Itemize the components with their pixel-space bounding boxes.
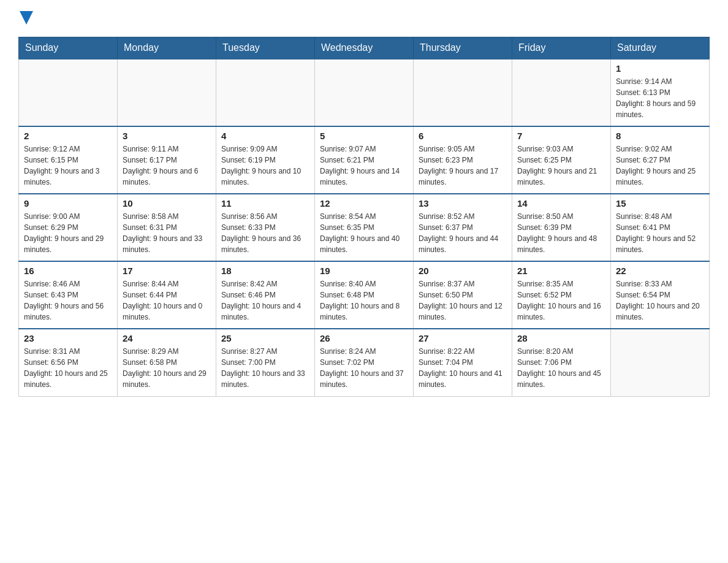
calendar-cell: 11Sunrise: 8:56 AMSunset: 6:33 PMDayligh… <box>216 194 315 261</box>
day-number: 9 <box>24 198 112 209</box>
logo <box>18 12 33 25</box>
calendar-cell: 26Sunrise: 8:24 AMSunset: 7:02 PMDayligh… <box>315 329 414 396</box>
day-info: Sunrise: 8:58 AMSunset: 6:31 PMDaylight:… <box>123 211 211 255</box>
calendar-week-row: 16Sunrise: 8:46 AMSunset: 6:43 PMDayligh… <box>19 261 710 329</box>
day-number: 10 <box>123 198 211 209</box>
day-info: Sunrise: 8:54 AMSunset: 6:35 PMDaylight:… <box>320 211 408 255</box>
day-info: Sunrise: 8:20 AMSunset: 7:06 PMDaylight:… <box>517 346 605 390</box>
day-number: 4 <box>221 131 309 141</box>
day-info: Sunrise: 9:11 AMSunset: 6:17 PMDaylight:… <box>123 144 211 188</box>
day-number: 15 <box>616 198 704 209</box>
calendar-header-tuesday: Tuesday <box>216 37 315 59</box>
calendar-cell: 23Sunrise: 8:31 AMSunset: 6:56 PMDayligh… <box>19 329 118 396</box>
calendar-cell: 22Sunrise: 8:33 AMSunset: 6:54 PMDayligh… <box>611 261 710 329</box>
day-number: 7 <box>517 131 605 141</box>
calendar-header-friday: Friday <box>512 37 611 59</box>
calendar-cell: 20Sunrise: 8:37 AMSunset: 6:50 PMDayligh… <box>414 261 512 329</box>
calendar-cell: 5Sunrise: 9:07 AMSunset: 6:21 PMDaylight… <box>315 126 414 194</box>
day-number: 2 <box>24 131 112 141</box>
day-info: Sunrise: 8:42 AMSunset: 6:46 PMDaylight:… <box>221 278 309 323</box>
day-info: Sunrise: 8:52 AMSunset: 6:37 PMDaylight:… <box>419 211 507 255</box>
calendar-week-row: 23Sunrise: 8:31 AMSunset: 6:56 PMDayligh… <box>19 329 710 396</box>
calendar-cell: 21Sunrise: 8:35 AMSunset: 6:52 PMDayligh… <box>512 261 611 329</box>
day-number: 26 <box>320 333 408 343</box>
calendar-cell: 15Sunrise: 8:48 AMSunset: 6:41 PMDayligh… <box>611 194 710 261</box>
day-number: 21 <box>517 266 605 276</box>
calendar-cell: 4Sunrise: 9:09 AMSunset: 6:19 PMDaylight… <box>216 126 315 194</box>
day-number: 14 <box>517 198 605 209</box>
day-number: 5 <box>320 131 408 141</box>
calendar-cell: 7Sunrise: 9:03 AMSunset: 6:25 PMDaylight… <box>512 126 611 194</box>
day-info: Sunrise: 8:40 AMSunset: 6:48 PMDaylight:… <box>320 278 408 323</box>
calendar-cell: 1Sunrise: 9:14 AMSunset: 6:13 PMDaylight… <box>611 59 710 126</box>
day-number: 19 <box>320 266 408 276</box>
calendar-cell: 13Sunrise: 8:52 AMSunset: 6:37 PMDayligh… <box>414 194 512 261</box>
day-info: Sunrise: 8:29 AMSunset: 6:58 PMDaylight:… <box>123 346 211 390</box>
calendar-cell: 28Sunrise: 8:20 AMSunset: 7:06 PMDayligh… <box>512 329 611 396</box>
day-info: Sunrise: 9:00 AMSunset: 6:29 PMDaylight:… <box>24 211 112 255</box>
calendar-cell: 24Sunrise: 8:29 AMSunset: 6:58 PMDayligh… <box>118 329 216 396</box>
day-number: 17 <box>123 266 211 276</box>
calendar-week-row: 2Sunrise: 9:12 AMSunset: 6:15 PMDaylight… <box>19 126 710 194</box>
day-info: Sunrise: 9:07 AMSunset: 6:21 PMDaylight:… <box>320 144 408 188</box>
page-header <box>18 12 710 25</box>
day-number: 22 <box>616 266 704 276</box>
calendar-cell <box>611 329 710 396</box>
calendar-cell <box>19 59 118 126</box>
calendar-cell: 3Sunrise: 9:11 AMSunset: 6:17 PMDaylight… <box>118 126 216 194</box>
day-info: Sunrise: 8:31 AMSunset: 6:56 PMDaylight:… <box>24 346 112 390</box>
calendar-cell: 17Sunrise: 8:44 AMSunset: 6:44 PMDayligh… <box>118 261 216 329</box>
day-number: 11 <box>221 198 309 209</box>
day-number: 1 <box>616 63 704 74</box>
calendar-table: SundayMondayTuesdayWednesdayThursdayFrid… <box>18 37 710 397</box>
day-number: 6 <box>419 131 507 141</box>
day-info: Sunrise: 8:24 AMSunset: 7:02 PMDaylight:… <box>320 346 408 390</box>
calendar-cell <box>315 59 414 126</box>
logo-triangle-icon <box>20 11 33 25</box>
calendar-cell: 19Sunrise: 8:40 AMSunset: 6:48 PMDayligh… <box>315 261 414 329</box>
svg-marker-0 <box>20 11 33 25</box>
day-number: 13 <box>419 198 507 209</box>
calendar-cell <box>118 59 216 126</box>
day-number: 8 <box>616 131 704 141</box>
calendar-cell: 18Sunrise: 8:42 AMSunset: 6:46 PMDayligh… <box>216 261 315 329</box>
day-number: 27 <box>419 333 507 343</box>
calendar-week-row: 1Sunrise: 9:14 AMSunset: 6:13 PMDaylight… <box>19 59 710 126</box>
day-info: Sunrise: 8:37 AMSunset: 6:50 PMDaylight:… <box>419 278 507 323</box>
calendar-cell: 9Sunrise: 9:00 AMSunset: 6:29 PMDaylight… <box>19 194 118 261</box>
day-info: Sunrise: 9:03 AMSunset: 6:25 PMDaylight:… <box>517 144 605 188</box>
day-info: Sunrise: 9:09 AMSunset: 6:19 PMDaylight:… <box>221 144 309 188</box>
calendar-cell: 14Sunrise: 8:50 AMSunset: 6:39 PMDayligh… <box>512 194 611 261</box>
calendar-cell: 6Sunrise: 9:05 AMSunset: 6:23 PMDaylight… <box>414 126 512 194</box>
calendar-week-row: 9Sunrise: 9:00 AMSunset: 6:29 PMDaylight… <box>19 194 710 261</box>
day-number: 3 <box>123 131 211 141</box>
day-info: Sunrise: 8:44 AMSunset: 6:44 PMDaylight:… <box>123 278 211 323</box>
day-info: Sunrise: 9:02 AMSunset: 6:27 PMDaylight:… <box>616 144 704 188</box>
day-number: 16 <box>24 266 112 276</box>
calendar-cell <box>512 59 611 126</box>
calendar-cell: 16Sunrise: 8:46 AMSunset: 6:43 PMDayligh… <box>19 261 118 329</box>
day-info: Sunrise: 8:50 AMSunset: 6:39 PMDaylight:… <box>517 211 605 255</box>
day-number: 25 <box>221 333 309 343</box>
calendar-header-sunday: Sunday <box>19 37 118 59</box>
day-number: 24 <box>123 333 211 343</box>
day-info: Sunrise: 8:33 AMSunset: 6:54 PMDaylight:… <box>616 278 704 323</box>
calendar-header-monday: Monday <box>118 37 216 59</box>
calendar-cell <box>414 59 512 126</box>
day-info: Sunrise: 9:14 AMSunset: 6:13 PMDaylight:… <box>616 76 704 120</box>
day-info: Sunrise: 9:12 AMSunset: 6:15 PMDaylight:… <box>24 144 112 188</box>
calendar-cell: 25Sunrise: 8:27 AMSunset: 7:00 PMDayligh… <box>216 329 315 396</box>
day-info: Sunrise: 9:05 AMSunset: 6:23 PMDaylight:… <box>419 144 507 188</box>
day-number: 28 <box>517 333 605 343</box>
day-number: 12 <box>320 198 408 209</box>
calendar-cell: 8Sunrise: 9:02 AMSunset: 6:27 PMDaylight… <box>611 126 710 194</box>
day-info: Sunrise: 8:46 AMSunset: 6:43 PMDaylight:… <box>24 278 112 323</box>
calendar-cell: 12Sunrise: 8:54 AMSunset: 6:35 PMDayligh… <box>315 194 414 261</box>
day-info: Sunrise: 8:22 AMSunset: 7:04 PMDaylight:… <box>419 346 507 390</box>
calendar-header-row: SundayMondayTuesdayWednesdayThursdayFrid… <box>19 37 710 59</box>
calendar-header-wednesday: Wednesday <box>315 37 414 59</box>
calendar-header-thursday: Thursday <box>414 37 512 59</box>
calendar-cell: 2Sunrise: 9:12 AMSunset: 6:15 PMDaylight… <box>19 126 118 194</box>
day-info: Sunrise: 8:35 AMSunset: 6:52 PMDaylight:… <box>517 278 605 323</box>
calendar-cell <box>216 59 315 126</box>
